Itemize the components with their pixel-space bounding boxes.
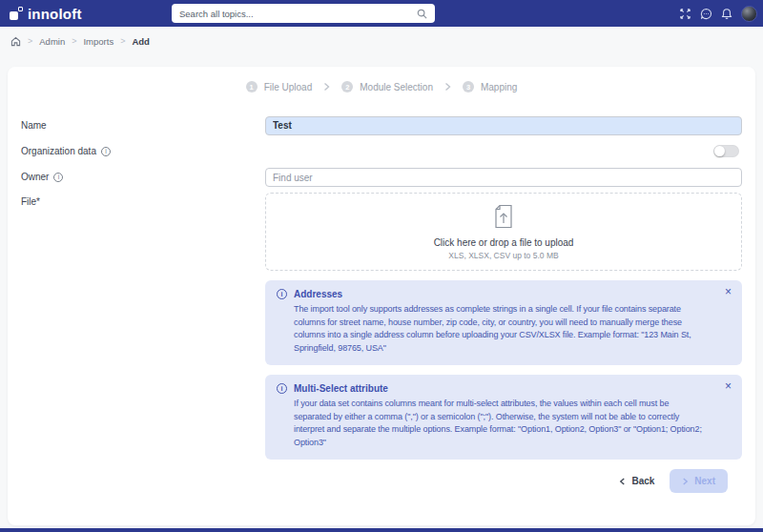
dropzone-text: Click here or drop a file to upload: [434, 237, 574, 248]
organization-data-label: Organization data: [21, 146, 96, 156]
connect-icon[interactable]: [679, 8, 691, 20]
toggle-knob: [714, 146, 725, 156]
top-navbar: innoloft: [0, 0, 763, 27]
organization-data-toggle[interactable]: [713, 145, 739, 157]
search-icon[interactable]: [417, 9, 427, 19]
owner-label: Owner: [21, 172, 49, 182]
step-number: 2: [341, 81, 353, 92]
breadcrumb: > Admin > Imports > Add: [0, 27, 763, 55]
import-add-card: 1 File Upload 2 Module Selection 3 Mappi…: [8, 67, 755, 525]
info-icon: i: [277, 383, 287, 394]
chevron-right-icon: [322, 82, 331, 92]
notice-body: If your data set contains columns meant …: [294, 398, 731, 449]
wizard-actions: Back Next: [21, 469, 742, 493]
step-number: 1: [246, 81, 258, 92]
next-button[interactable]: Next: [670, 469, 728, 493]
multi-select-notice: i Multi-Select attribute If your data se…: [265, 375, 742, 460]
step-number: 3: [463, 81, 474, 92]
app-screen: innoloft: [0, 0, 763, 532]
file-dropzone[interactable]: Click here or drop a file to upload XLS,…: [265, 193, 742, 271]
breadcrumb-separator: >: [72, 36, 76, 46]
chevron-right-icon: [682, 477, 689, 486]
name-label: Name: [21, 120, 265, 131]
back-button[interactable]: Back: [619, 476, 654, 486]
breadcrumb-separator: >: [120, 36, 125, 46]
info-icon: i: [277, 289, 287, 299]
chat-icon[interactable]: [700, 8, 712, 20]
footer-bar: [0, 528, 763, 532]
search-input[interactable]: [179, 9, 417, 19]
notice-title: Addresses: [294, 289, 342, 299]
info-icon[interactable]: i: [101, 147, 111, 156]
file-row: File* Click here or drop a file to uploa…: [21, 193, 742, 271]
logo-wordmark: innoloft: [28, 6, 82, 22]
chevron-right-icon: [443, 82, 452, 92]
navbar-icons: [679, 0, 760, 27]
step-file-upload: 1 File Upload: [246, 81, 313, 92]
close-icon[interactable]: ×: [725, 380, 732, 392]
innoloft-logo[interactable]: innoloft: [10, 0, 82, 27]
breadcrumb-separator: >: [28, 36, 32, 46]
breadcrumb-imports[interactable]: Imports: [83, 36, 113, 47]
name-input[interactable]: [265, 116, 742, 135]
name-row: Name: [21, 115, 742, 135]
dropzone-hint: XLS, XLSX, CSV up to 5.0 MB: [448, 251, 558, 260]
global-search: [172, 4, 435, 23]
bell-icon[interactable]: [721, 8, 732, 20]
import-stepper: 1 File Upload 2 Module Selection 3 Mappi…: [21, 67, 742, 92]
step-module-selection: 2 Module Selection: [341, 81, 433, 92]
home-icon[interactable]: [10, 36, 21, 47]
addresses-notice: i Addresses The import tool only support…: [265, 280, 742, 365]
chevron-left-icon: [619, 477, 626, 486]
innoloft-logo-icon: [10, 7, 23, 20]
notice-body: The import tool only supports addresses …: [294, 303, 731, 355]
info-icon[interactable]: i: [53, 173, 63, 182]
user-avatar[interactable]: [741, 6, 757, 22]
owner-row: Owner i: [21, 168, 742, 188]
breadcrumb-add: Add: [132, 36, 149, 47]
owner-search-input[interactable]: [265, 168, 742, 187]
notice-title: Multi-Select attribute: [294, 383, 388, 394]
step-mapping: 3 Mapping: [463, 81, 517, 92]
organization-data-row: Organization data i: [21, 144, 742, 159]
file-label: File*: [21, 193, 265, 207]
file-upload-icon: [493, 204, 514, 233]
breadcrumb-admin[interactable]: Admin: [39, 36, 65, 47]
close-icon[interactable]: ×: [725, 286, 732, 297]
